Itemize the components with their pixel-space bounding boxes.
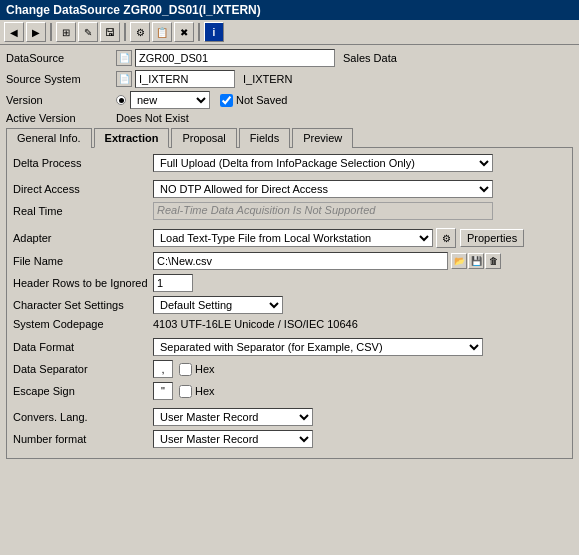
version-label: Version	[6, 94, 116, 106]
edit-btn[interactable]: ✎	[78, 22, 98, 42]
adapter-select[interactable]: Load Text-Type File from Local Workstati…	[153, 229, 433, 247]
forward-btn[interactable]: ▶	[26, 22, 46, 42]
save-btn[interactable]: 🖫	[100, 22, 120, 42]
properties-button[interactable]: Properties	[460, 229, 524, 247]
direct-access-row: Direct Access NO DTP Allowed for Direct …	[13, 180, 566, 198]
escape-sign-hex-group: Hex	[179, 385, 215, 398]
escape-sign-hex-label: Hex	[195, 385, 215, 397]
real-time-value: Real-Time Data Acquisition Is Not Suppor…	[153, 202, 493, 220]
tab-proposal[interactable]: Proposal	[171, 128, 236, 148]
charset-select[interactable]: Default Setting	[153, 296, 283, 314]
version-radio[interactable]	[116, 95, 126, 105]
adapter-row: Adapter Load Text-Type File from Local W…	[13, 228, 566, 248]
datasource-icon[interactable]: 📄	[116, 50, 132, 66]
separator2	[124, 23, 126, 41]
separator3	[198, 23, 200, 41]
header-rows-input[interactable]	[153, 274, 193, 292]
settings-btn[interactable]: ⚙	[130, 22, 150, 42]
window-title: Change DataSource ZGR00_DS01(I_IXTERN)	[6, 3, 261, 17]
tab-preview[interactable]: Preview	[292, 128, 353, 148]
charset-row: Character Set Settings Default Setting	[13, 296, 566, 314]
number-format-row: Number format User Master Record	[13, 430, 566, 448]
file-open-icon[interactable]: 📂	[451, 253, 467, 269]
file-icon-group: 📂 💾 🗑	[451, 253, 501, 269]
not-saved-label: Not Saved	[236, 94, 287, 106]
data-format-select[interactable]: Separated with Separator (for Example, C…	[153, 338, 483, 356]
datasource-input[interactable]	[135, 49, 335, 67]
number-format-label: Number format	[13, 433, 153, 445]
convers-lang-row: Convers. Lang. User Master Record	[13, 408, 566, 426]
data-separator-row: Data Separator Hex	[13, 360, 566, 378]
direct-access-label: Direct Access	[13, 183, 153, 195]
version-select[interactable]: new active	[130, 91, 210, 109]
tabs-row: General Info. Extraction Proposal Fields…	[6, 128, 573, 148]
codepage-row: System Codepage 4103 UTF-16LE Unicode / …	[13, 318, 566, 330]
source-system-value2: I_IXTERN	[243, 73, 293, 85]
not-saved-check[interactable]	[220, 94, 233, 107]
charset-label: Character Set Settings	[13, 299, 153, 311]
real-time-control: Real-Time Data Acquisition Is Not Suppor…	[153, 202, 493, 220]
active-version-value: Does Not Exist	[116, 112, 189, 124]
info-btn[interactable]: i	[204, 22, 224, 42]
delta-process-control: Full Upload (Delta from InfoPackage Sele…	[153, 154, 493, 172]
active-version-row: Active Version Does Not Exist	[6, 112, 573, 124]
file-name-row: File Name 📂 💾 🗑	[13, 252, 566, 270]
convers-lang-label: Convers. Lang.	[13, 411, 153, 423]
adapter-settings-icon[interactable]: ⚙	[436, 228, 456, 248]
direct-access-control: NO DTP Allowed for Direct Access	[153, 180, 493, 198]
escape-sign-input[interactable]	[153, 382, 173, 400]
source-system-icon[interactable]: 📄	[116, 71, 132, 87]
header-rows-row: Header Rows to be Ignored	[13, 274, 566, 292]
source-system-row: Source System 📄 I_IXTERN	[6, 70, 573, 88]
datasource-desc: Sales Data	[343, 52, 397, 64]
datasource-label: DataSource	[6, 52, 116, 64]
escape-sign-row: Escape Sign Hex	[13, 382, 566, 400]
delta-process-select[interactable]: Full Upload (Delta from InfoPackage Sele…	[153, 154, 493, 172]
delta-process-label: Delta Process	[13, 157, 153, 169]
data-separator-hex-label: Hex	[195, 363, 215, 375]
toolbar: ◀ ▶ ⊞ ✎ 🖫 ⚙ 📋 ✖ i	[0, 20, 579, 45]
source-system-input[interactable]	[135, 70, 235, 88]
escape-sign-hex-check[interactable]	[179, 385, 192, 398]
tab-fields[interactable]: Fields	[239, 128, 290, 148]
direct-access-select[interactable]: NO DTP Allowed for Direct Access	[153, 180, 493, 198]
data-separator-input[interactable]	[153, 360, 173, 378]
file-delete-icon[interactable]: 🗑	[485, 253, 501, 269]
tab-general-info[interactable]: General Info.	[6, 128, 92, 148]
escape-sign-label: Escape Sign	[13, 385, 153, 397]
new-btn[interactable]: ⊞	[56, 22, 76, 42]
convers-lang-select[interactable]: User Master Record	[153, 408, 313, 426]
data-format-label: Data Format	[13, 341, 153, 353]
active-version-label: Active Version	[6, 112, 116, 124]
not-saved-checkbox: Not Saved	[220, 94, 287, 107]
delta-process-row: Delta Process Full Upload (Delta from In…	[13, 154, 566, 172]
datasource-row: DataSource 📄 Sales Data	[6, 49, 573, 67]
back-btn[interactable]: ◀	[4, 22, 24, 42]
title-bar: Change DataSource ZGR00_DS01(I_IXTERN)	[0, 0, 579, 20]
codepage-value: 4103 UTF-16LE Unicode / ISO/IEC 10646	[153, 318, 358, 330]
adapter-icon-group: ⚙ Properties	[436, 228, 524, 248]
real-time-label: Real Time	[13, 205, 153, 217]
file-save-icon[interactable]: 💾	[468, 253, 484, 269]
real-time-row: Real Time Real-Time Data Acquisition Is …	[13, 202, 566, 220]
source-system-label: Source System	[6, 73, 116, 85]
data-format-row: Data Format Separated with Separator (fo…	[13, 338, 566, 356]
number-format-select[interactable]: User Master Record	[153, 430, 313, 448]
file-name-label: File Name	[13, 255, 153, 267]
data-separator-hex-group: Hex	[179, 363, 215, 376]
file-name-input[interactable]	[153, 252, 448, 270]
header-rows-label: Header Rows to be Ignored	[13, 277, 153, 289]
separator1	[50, 23, 52, 41]
codepage-label: System Codepage	[13, 318, 153, 330]
adapter-label: Adapter	[13, 232, 153, 244]
delete-btn[interactable]: ✖	[174, 22, 194, 42]
main-content: DataSource 📄 Sales Data Source System 📄 …	[0, 45, 579, 463]
tab-extraction[interactable]: Extraction	[94, 128, 170, 148]
data-separator-hex-check[interactable]	[179, 363, 192, 376]
version-row: Version new active Not Saved	[6, 91, 573, 109]
copy-btn[interactable]: 📋	[152, 22, 172, 42]
tab-content: Delta Process Full Upload (Delta from In…	[6, 147, 573, 459]
data-separator-label: Data Separator	[13, 363, 153, 375]
